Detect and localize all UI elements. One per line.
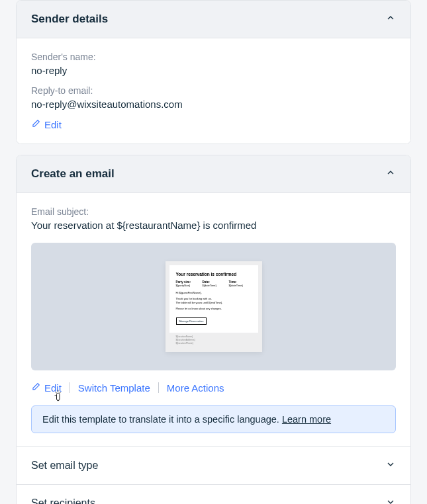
set-recipients-title: Set recipients [31,497,95,504]
switch-template-label: Switch Template [78,382,150,394]
sender-edit-label: Edit [44,119,62,130]
preview-manage-button: Manage Reservation [176,317,207,325]
sender-details-header[interactable]: Sender details [17,1,410,38]
create-email-header[interactable]: Create an email [17,155,410,192]
translate-banner: Edit this template to translate it into … [31,405,396,433]
sender-name-value: no-reply [31,65,396,76]
switch-template-button[interactable]: Switch Template [78,382,150,394]
banner-text: Edit this template to translate it into … [42,414,282,425]
set-recipients-header[interactable]: Set recipients [16,485,411,504]
more-actions-label: More Actions [167,382,224,394]
preview-party-value: ${partySize} [176,284,199,287]
chevron-up-icon [385,167,396,181]
chevron-down-icon [385,459,396,472]
email-preview-container: Your reservation is confirmed Party size… [31,243,396,370]
divider [70,382,70,393]
sender-name-label: Sender's name: [31,52,396,62]
sender-details-panel: Sender details Sender's name: no-reply R… [16,0,411,144]
preview-line1: Thank you for booking with us. [176,297,252,300]
email-preview: Your reservation is confirmed Party size… [166,261,262,352]
preview-line3: Please let us know about any changes. [176,307,252,310]
sender-details-title: Sender details [31,13,108,26]
preview-greeting: Hi ${guestFirstName}, [176,291,252,294]
preview-time-value: ${dateTime} [229,284,252,287]
preview-date-value: ${dateTime} [203,284,225,287]
sender-edit-button[interactable]: Edit [31,119,62,130]
sender-details-body: Sender's name: no-reply Reply-to email: … [17,38,410,144]
email-subject-label: Email subject: [31,206,396,217]
template-edit-label: Edit [44,382,62,394]
create-email-panel: Create an email Email subject: Your rese… [16,155,411,447]
more-actions-button[interactable]: More Actions [167,382,224,394]
set-email-type-header[interactable]: Set email type [16,447,411,485]
learn-more-link[interactable]: Learn more [282,414,331,425]
preview-footer: ${locationName} ${locationAddress} ${loc… [169,333,258,348]
create-email-title: Create an email [31,167,115,181]
preview-line2: The table will be yours until ${endTime}… [176,301,252,304]
reply-to-label: Reply-to email: [31,85,396,96]
pencil-icon [31,119,40,130]
reply-to-value: no-reply@wixsiteautomations.com [31,99,396,110]
create-email-body: Email subject: Your reservation at ${res… [17,192,410,446]
chevron-down-icon [385,497,396,504]
pencil-icon [31,382,40,394]
template-edit-button[interactable]: Edit [31,382,62,394]
email-subject-value: Your reservation at ${restaurantName} is… [31,220,396,231]
divider [158,382,159,393]
set-email-type-title: Set email type [31,460,98,472]
chevron-up-icon [385,13,396,26]
preview-title: Your reservation is confirmed [176,272,252,276]
